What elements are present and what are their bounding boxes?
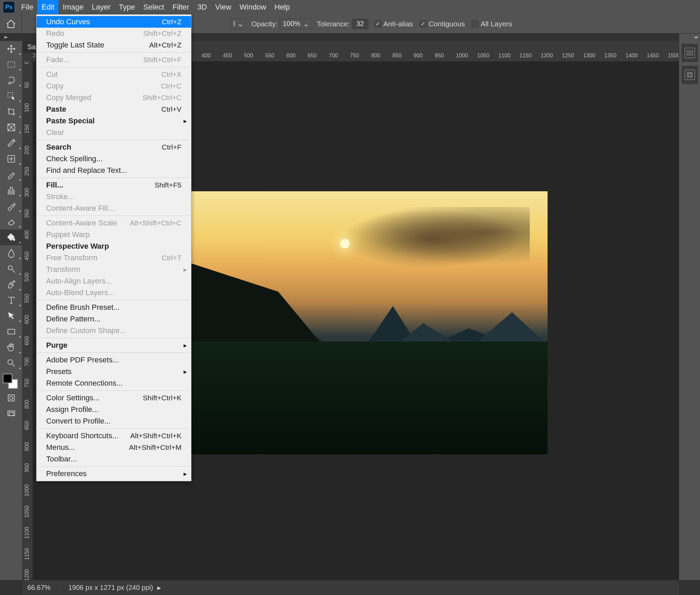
menu-item-find-and-replace-text[interactable]: Find and Replace Text... [37,165,191,176]
tool-screen-mode[interactable] [0,406,23,421]
menu-item-search[interactable]: SearchCtrl+F [37,141,191,153]
ruler-h-label: 400 [202,53,211,59]
tool-marquee[interactable] [0,57,23,72]
menu-item-preferences[interactable]: Preferences▶ [37,468,191,480]
menu-item-check-spelling[interactable]: Check Spelling... [37,153,191,165]
menu-item-fill[interactable]: Fill...Shift+F5 [37,179,191,191]
tool-type[interactable] [0,292,23,308]
menu-item-label: Paste [46,105,66,114]
ruler-h-label: 1050 [477,53,489,59]
zoom-level[interactable]: 66.67% [23,584,64,592]
color-swatches[interactable] [0,371,23,390]
menu-item-define-custom-shape: Define Custom Shape... [37,325,191,336]
menu-item-presets[interactable]: Presets▶ [37,366,191,377]
tolerance-input[interactable]: 32 [352,19,368,29]
menu-item-shortcut: Shift+Ctrl+F [143,56,181,64]
opacity-field[interactable]: 100% ⌄ [280,18,312,29]
tool-healing[interactable] [0,151,23,167]
tool-bucket[interactable] [0,230,23,245]
menu-item-shortcut: Alt+Shift+Ctrl+M [129,443,181,452]
tool-object-select[interactable] [0,88,23,104]
svg-point-14 [10,396,13,400]
tool-lasso[interactable] [0,72,23,88]
ruler-v-label: 450 [24,251,30,261]
menu-help[interactable]: Help [270,0,294,14]
menu-item-paste[interactable]: PasteCtrl+V [37,103,191,115]
right-panel-collapse[interactable]: ◂◂ [679,33,700,40]
tool-zoom[interactable] [0,355,23,371]
document-info[interactable]: 1906 px x 1271 px (240 ppi) ▶ [64,584,166,592]
tool-stamp[interactable] [0,182,23,198]
tool-eyedropper[interactable] [0,135,23,151]
tool-dodge[interactable] [0,261,23,277]
ruler-v-label: 750 [24,378,30,388]
menu-item-color-settings[interactable]: Color Settings...Shift+Ctrl+K [37,392,191,404]
menu-item-label: Fill... [46,181,63,190]
menu-select[interactable]: Select [139,0,168,14]
submenu-arrow-icon: ▶ [184,471,187,476]
menu-item-assign-profile[interactable]: Assign Profile... [37,404,191,415]
menu-item-paste-special[interactable]: Paste Special▶ [37,115,191,127]
menu-item-label: Paste Special [46,116,95,125]
menu-view[interactable]: View [211,0,235,14]
panel-group-2[interactable] [682,66,698,84]
tool-brush[interactable] [0,167,23,182]
tool-eraser[interactable] [0,214,23,230]
menu-separator [37,216,190,216]
menu-item-toggle-last-state[interactable]: Toggle Last StateAlt+Ctrl+Z [37,39,191,51]
menu-window[interactable]: Window [235,0,270,14]
lasso-icon [6,75,16,85]
tool-flyout-indicator [19,179,21,180]
menu-item-shortcut: Ctrl+F [162,143,181,151]
tool-history-brush[interactable] [0,198,23,214]
menu-item-shortcut: Ctrl+C [161,82,181,90]
ruler-vertical[interactable]: 0501001502002503003504004505005506006507… [23,61,33,580]
all-layers-checkbox[interactable] [472,20,479,27]
ruler-origin[interactable] [23,53,33,61]
menu-item-adobe-pdf-presets[interactable]: Adobe PDF Presets... [37,354,191,366]
menu-item-perspective-warp[interactable]: Perspective Warp [37,240,191,252]
tool-blur[interactable] [0,245,23,261]
foreground-swatch[interactable] [3,374,12,383]
home-button[interactable] [0,14,22,33]
menu-3d[interactable]: 3D [193,0,211,14]
tool-path-select[interactable] [0,308,23,324]
menu-item-label: Transform [46,265,80,274]
menu-layer[interactable]: Layer [88,0,115,14]
menu-item-purge[interactable]: Purge▶ [37,340,191,351]
toolbar [0,41,23,580]
menu-item-convert-to-profile[interactable]: Convert to Profile... [37,415,191,427]
anti-alias-checkbox[interactable] [375,20,381,27]
tool-quick-mask[interactable] [0,390,23,406]
svg-rect-1 [8,93,13,97]
tool-hand[interactable] [0,340,23,355]
menu-filter[interactable]: Filter [168,0,193,14]
tool-frame[interactable] [0,120,23,135]
menu-item-undo-curves[interactable]: Undo CurvesCtrl+Z [37,16,191,28]
menu-item-menus[interactable]: Menus...Alt+Shift+Ctrl+M [37,442,191,453]
menu-item-shortcut: Shift+Ctrl+K [143,394,181,402]
contiguous-checkbox[interactable] [420,20,427,27]
tool-move[interactable] [0,41,23,57]
menu-type[interactable]: Type [115,0,139,14]
tool-pen[interactable] [0,277,23,292]
ruler-h-label: 550 [265,53,274,59]
menu-image[interactable]: Image [58,0,88,14]
ruler-v-label: 1150 [24,548,30,560]
menu-item-remote-connections[interactable]: Remote Connections... [37,377,191,389]
menu-item-toolbar[interactable]: Toolbar... [37,453,191,465]
tool-crop[interactable] [0,104,23,120]
menu-edit[interactable]: Edit [37,0,58,14]
menu-item-label: Define Brush Preset... [46,303,120,312]
menu-item-define-pattern[interactable]: Define Pattern... [37,313,191,325]
tool-rectangle[interactable] [0,324,23,340]
menu-item-define-brush-preset[interactable]: Define Brush Preset... [37,302,191,313]
status-bar: 66.67% 1906 px x 1271 px (240 ppi) ▶ [23,580,679,595]
menu-file[interactable]: File [17,0,37,14]
menu-item-keyboard-shortcuts[interactable]: Keyboard Shortcuts...Alt+Shift+Ctrl+K [37,430,191,442]
document-image[interactable] [190,191,548,454]
panel-group-1[interactable] [682,44,698,62]
history-brush-icon [6,201,16,211]
left-panel-collapse[interactable]: ▸▸ [0,33,11,40]
sample-mode-dropdown[interactable]: l ⌄ [230,18,246,29]
